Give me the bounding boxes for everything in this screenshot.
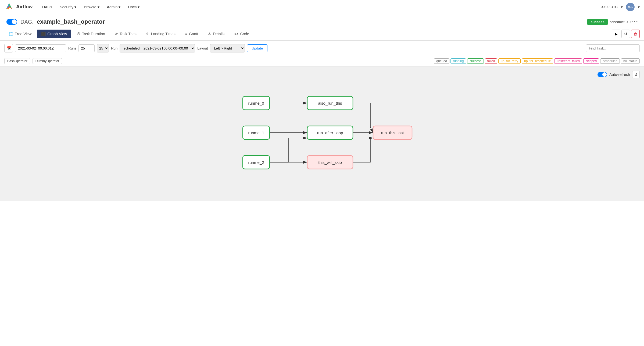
details-icon: ⚠ <box>208 32 211 36</box>
node-run-this-last-label: run_this_last <box>381 130 404 135</box>
tab-gantt[interactable]: ≡ Gantt <box>181 30 202 38</box>
node-also-run-this-label: also_run_this <box>318 101 342 105</box>
time-dropdown-icon: ▾ <box>621 5 623 9</box>
legend-bar: BashOperator DummyOperator queued runnin… <box>0 56 644 66</box>
dag-toggle[interactable] <box>6 19 17 25</box>
header-right: success schedule: 0 0 * * * <box>587 19 638 25</box>
tab-task-duration-label: Task Duration <box>82 32 105 36</box>
controls-bar: 📅 Runs 25 Run scheduled__2021-03-02T00:0… <box>0 41 644 56</box>
avatar[interactable]: AA <box>626 3 635 11</box>
layout-label: Layout <box>197 46 208 50</box>
nav-dags[interactable]: DAGs <box>39 3 55 11</box>
dag-name: example_bash_operator <box>37 18 105 25</box>
tab-gantt-label: Gantt <box>189 32 198 36</box>
tab-code-label: Code <box>240 32 249 36</box>
tab-landing-times-label: Landing Times <box>151 32 176 36</box>
graph-view-icon: ⬛ <box>41 32 46 36</box>
status-queued[interactable]: queued <box>434 58 449 64</box>
status-skipped[interactable]: skipped <box>583 58 599 64</box>
brand[interactable]: Airflow <box>4 2 33 12</box>
tab-task-tries-label: Task Tries <box>120 32 137 36</box>
tab-task-tries[interactable]: ⟳ Task Tries <box>110 30 141 38</box>
run-button[interactable]: ▶ <box>612 30 620 38</box>
avatar-dropdown-icon: ▾ <box>638 5 640 9</box>
page-header: DAG: example_bash_operator success sched… <box>0 14 644 27</box>
legend-operator-tags: BashOperator DummyOperator <box>4 58 62 64</box>
run-select[interactable]: scheduled__2021-03-02T00:00:00+00:00 <box>120 44 195 52</box>
security-dropdown-icon: ▾ <box>74 5 76 9</box>
nav-dags-label: DAGs <box>42 5 52 9</box>
status-failed[interactable]: failed <box>485 58 498 64</box>
bash-operator-tag[interactable]: BashOperator <box>4 58 30 64</box>
runs-label: Runs <box>68 46 76 50</box>
auto-refresh-toggle[interactable] <box>598 72 607 77</box>
edge-also-run-this-run-this-last <box>353 103 373 133</box>
task-duration-icon: ⏱ <box>77 32 80 36</box>
landing-times-icon: ✈ <box>146 32 149 36</box>
nav-admin[interactable]: Admin ▾ <box>104 3 124 11</box>
calendar-icon[interactable]: 📅 <box>4 44 13 52</box>
edge-this-will-skip-run-this-last <box>353 138 373 162</box>
status-up-for-retry[interactable]: up_for_retry <box>498 58 521 64</box>
delete-button[interactable]: 🗑 <box>631 30 640 38</box>
date-input[interactable] <box>15 44 66 52</box>
run-label: Run <box>111 46 117 50</box>
tab-graph-view-label: Graph View <box>47 32 67 36</box>
dummy-operator-tag[interactable]: DummyOperator <box>33 58 62 64</box>
schedule-text: schedule: 0 0 * * * <box>610 20 638 24</box>
node-this-will-skip-label: this_will_skip <box>318 160 342 165</box>
airflow-logo-icon <box>4 2 14 12</box>
tab-task-duration[interactable]: ⏱ Task Duration <box>72 30 109 38</box>
nav-right: 00:09 UTC ▾ AA ▾ <box>601 3 640 11</box>
status-badge: success <box>587 19 607 25</box>
dag-graph: runme_0 runme_1 runme_2 also_run_this ru… <box>4 71 640 195</box>
tab-landing-times[interactable]: ✈ Landing Times <box>142 30 180 38</box>
refresh-button[interactable]: ↺ <box>621 30 630 38</box>
dag-label: DAG: <box>20 19 34 25</box>
navbar: Airflow DAGs Security ▾ Browse ▾ Admin ▾… <box>0 0 644 14</box>
status-upstream-failed[interactable]: upstream_failed <box>554 58 582 64</box>
tab-details-label: Details <box>213 32 224 36</box>
node-runme-1-label: runme_1 <box>248 130 264 135</box>
brand-title: Airflow <box>16 4 33 10</box>
nav-admin-label: Admin <box>107 5 118 9</box>
auto-refresh-controls: Auto-refresh ↺ <box>598 71 640 78</box>
nav-browse[interactable]: Browse ▾ <box>81 3 103 11</box>
runs-select[interactable]: 25 <box>97 44 109 52</box>
update-button[interactable]: Update <box>247 44 267 52</box>
tab-graph-view[interactable]: ⬛ Graph View <box>37 30 71 38</box>
nav-security-label: Security <box>60 5 73 9</box>
status-scheduled[interactable]: scheduled <box>600 58 620 64</box>
status-up-for-reschedule[interactable]: up_for_reschedule <box>522 58 553 64</box>
status-no-status[interactable]: no_status <box>621 58 640 64</box>
status-success[interactable]: success <box>467 58 484 64</box>
nav-browse-label: Browse <box>84 5 96 9</box>
nav-security[interactable]: Security ▾ <box>56 3 80 11</box>
runs-input[interactable] <box>78 44 95 52</box>
nav-items: DAGs Security ▾ Browse ▾ Admin ▾ Docs ▾ <box>39 3 601 11</box>
docs-dropdown-icon: ▾ <box>138 5 139 9</box>
small-refresh-button[interactable]: ↺ <box>632 71 640 78</box>
tab-details[interactable]: ⚠ Details <box>203 30 229 38</box>
nav-docs[interactable]: Docs ▾ <box>125 3 143 11</box>
tab-tree-view-label: Tree View <box>15 32 31 36</box>
status-running[interactable]: running <box>450 58 466 64</box>
admin-dropdown-icon: ▾ <box>119 5 120 9</box>
auto-refresh-label: Auto-refresh <box>609 72 630 77</box>
node-runme-0-label: runme_0 <box>248 101 264 105</box>
status-legend: queued running success failed up_for_ret… <box>434 58 640 64</box>
node-run-after-loop-label: run_after_loop <box>317 130 343 135</box>
utc-time[interactable]: 00:09 UTC <box>601 5 618 9</box>
tree-view-icon: 🌐 <box>9 32 13 36</box>
browse-dropdown-icon: ▾ <box>98 5 99 9</box>
dag-svg: runme_0 runme_1 runme_2 also_run_this ru… <box>228 82 416 184</box>
tab-actions: ▶ ↺ 🗑 <box>612 30 640 38</box>
tab-tree-view[interactable]: 🌐 Tree View <box>4 30 36 38</box>
gantt-icon: ≡ <box>185 32 187 36</box>
code-icon: <> <box>234 32 238 36</box>
graph-area: Auto-refresh ↺ <box>0 66 644 201</box>
layout-select[interactable]: Left > Right Top > Bottom <box>210 44 245 52</box>
tab-code[interactable]: <> Code <box>230 30 253 38</box>
find-task-input[interactable] <box>586 44 640 52</box>
task-tries-icon: ⟳ <box>115 32 118 36</box>
